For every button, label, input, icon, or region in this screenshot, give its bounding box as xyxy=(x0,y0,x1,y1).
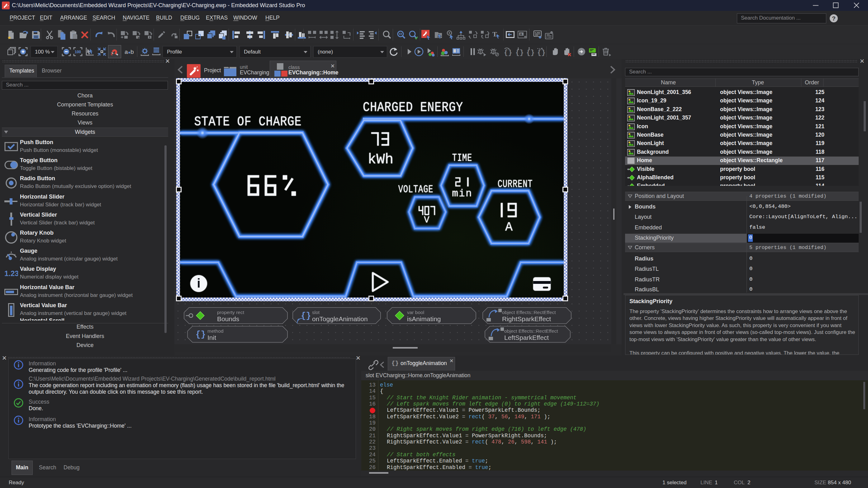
svg-text:{}: {} xyxy=(301,311,311,321)
svg-text:V: V xyxy=(424,215,430,225)
svg-text:VOLTAGE: VOLTAGE xyxy=(398,183,434,195)
svg-text:?: ? xyxy=(832,15,836,22)
svg-text:i: i xyxy=(197,276,200,290)
svg-text:LeftSparkEffect: LeftSparkEffect xyxy=(504,334,549,341)
svg-text:kWh: kWh xyxy=(368,152,394,168)
svg-text:isAnimating: isAnimating xyxy=(407,315,441,322)
svg-text:{}: {} xyxy=(504,49,512,57)
svg-text:min: min xyxy=(452,188,472,199)
svg-text:onToggleAnimation: onToggleAnimation xyxy=(312,315,368,322)
svg-text:a: a xyxy=(125,48,128,55)
svg-text:A: A xyxy=(520,32,522,36)
svg-text:{}: {} xyxy=(537,49,545,57)
svg-text:object Effects::RectEffect: object Effects::RectEffect xyxy=(502,310,556,315)
svg-text:{}: {} xyxy=(526,49,534,57)
svg-text:Init: Init xyxy=(208,334,216,341)
svg-text:{}: {} xyxy=(516,49,524,57)
svg-text:CHARGED ENERGY: CHARGED ENERGY xyxy=(363,100,463,115)
svg-text:CURRENT: CURRENT xyxy=(498,178,533,190)
svg-text:STATE OF CHARGE: STATE OF CHARGE xyxy=(194,114,302,129)
svg-text:method: method xyxy=(208,328,224,334)
svg-text:slot: slot xyxy=(312,310,320,315)
svg-text:var bool: var bool xyxy=(407,310,424,315)
svg-text:100: 100 xyxy=(75,50,81,54)
svg-text:v: v xyxy=(138,36,140,39)
svg-text:Bounds: Bounds xyxy=(217,315,239,322)
svg-text:1.23: 1.23 xyxy=(4,269,18,278)
svg-text:{}: {} xyxy=(195,330,206,339)
svg-text:object Effects::RectEffect: object Effects::RectEffect xyxy=(504,328,558,334)
svg-text:A: A xyxy=(505,220,513,234)
svg-text:RightSparkEffect: RightSparkEffect xyxy=(502,315,551,322)
svg-text:property rect: property rect xyxy=(217,310,245,315)
svg-text:TIME: TIME xyxy=(452,152,472,164)
svg-text:b: b xyxy=(130,48,134,55)
